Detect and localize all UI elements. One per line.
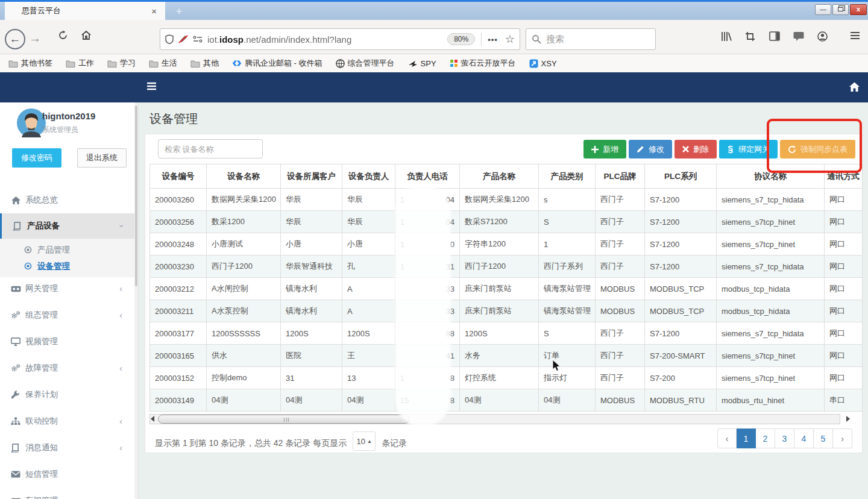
messages-icon[interactable] xyxy=(793,31,804,41)
avatar[interactable] xyxy=(17,108,46,137)
bookmark-label: 腾讯企业邮箱 - 收件箱 xyxy=(245,58,322,69)
page-size-select[interactable]: 10 ▲ xyxy=(353,432,376,451)
zoom-level-badge[interactable]: 80% xyxy=(447,33,475,45)
table-row[interactable]: 200003256数采1200华辰华辰104数采S71200S西门子S7-120… xyxy=(150,211,863,233)
column-header-PLC品牌[interactable]: PLC品牌 xyxy=(596,165,645,189)
sidebar-item-产品设备[interactable]: 产品设备‹ xyxy=(0,213,134,239)
table-row[interactable]: 200003248小唐测试小唐小唐10字符串12001西门子S7-1200sie… xyxy=(150,233,863,256)
bookmark-item[interactable]: 工作 xyxy=(66,58,94,69)
browser-search-box[interactable]: 搜索 xyxy=(526,28,656,50)
column-header-设备所属客户[interactable]: 设备所属客户 xyxy=(281,165,342,189)
pagination-next[interactable]: › xyxy=(833,428,852,448)
app-home-icon[interactable] xyxy=(849,81,860,92)
toolbar-button-删除[interactable]: 删除 xyxy=(675,140,717,158)
back-button[interactable]: ← xyxy=(5,29,25,49)
cell-category: s xyxy=(539,189,596,211)
bookmark-item[interactable]: SPY xyxy=(408,59,436,68)
url-text[interactable]: iot.idosp.net/admin/index.html?lang xyxy=(207,34,447,45)
bookmark-item[interactable]: 综合管理平台 xyxy=(336,58,395,69)
device-search-input[interactable] xyxy=(158,139,263,158)
window-minimize-button[interactable]: — xyxy=(815,4,831,15)
sidebar-item-联动控制[interactable]: 联动控制‹ xyxy=(0,413,134,430)
sidebar-item-网关管理[interactable]: 网关管理‹ xyxy=(0,280,134,297)
bookmark-star-icon[interactable]: ☆ xyxy=(505,33,515,46)
bookmark-item[interactable]: 腾讯企业邮箱 - 收件箱 xyxy=(232,58,322,69)
sidebar-subitem-产品管理[interactable]: 产品管理 xyxy=(0,242,134,258)
pagination-page-3[interactable]: 3 xyxy=(775,428,794,448)
sidebar-item-短信管理[interactable]: 短信管理 xyxy=(0,466,134,483)
account-icon[interactable] xyxy=(817,31,828,42)
sidebar-item-消息通知[interactable]: 消息通知‹ xyxy=(0,439,134,456)
cell-customer: 小唐 xyxy=(281,233,342,256)
cell-name: 1200SSSSSS xyxy=(207,322,281,345)
bookmark-item[interactable]: 学习 xyxy=(107,58,136,69)
scroll-left-arrow[interactable] xyxy=(151,416,154,422)
column-header-PLC系列[interactable]: PLC系列 xyxy=(645,165,717,189)
sidebar-item-车间管理[interactable]: 车间管理 xyxy=(0,492,134,499)
logout-button[interactable]: 退出系统 xyxy=(77,148,127,168)
sidebar-item-保养计划[interactable]: 保养计划 xyxy=(0,386,134,403)
cell-customer: 华辰 xyxy=(281,211,342,233)
column-header-设备编号[interactable]: 设备编号 xyxy=(150,165,207,189)
toolbar-button-新增[interactable]: 新增 xyxy=(583,140,626,158)
window-restore-button[interactable] xyxy=(832,4,849,15)
bookmark-item[interactable]: 其他 xyxy=(190,58,219,69)
bookmark-item[interactable]: XSY xyxy=(529,59,557,68)
pagination-prev[interactable]: ‹ xyxy=(717,428,737,448)
blocked-pencil-icon[interactable] xyxy=(178,34,188,44)
table-row[interactable]: 200003230西门子1200华辰智通科技孔131西门子1200西门子系列西门… xyxy=(150,256,863,278)
pagination-page-5[interactable]: 5 xyxy=(814,428,833,448)
table-row[interactable]: 2000031771200SSSSSS1200S1200S881200SS西门子… xyxy=(150,322,863,345)
column-header-产品类别[interactable]: 产品类别 xyxy=(539,165,596,189)
toolbar-button-修改[interactable]: 修改 xyxy=(629,140,672,158)
menu-hamburger-icon[interactable] xyxy=(850,31,860,40)
cell-plc_series: MODBUS_RTU xyxy=(645,389,717,412)
sidebar-toggle-icon[interactable] xyxy=(146,82,157,90)
pagination-page-4[interactable]: 4 xyxy=(794,428,814,448)
bookmark-item[interactable]: 萤石云开放平台 xyxy=(450,58,516,69)
library-icon[interactable] xyxy=(721,31,732,42)
window-close-button[interactable]: x xyxy=(850,4,867,15)
table-row[interactable]: 20000314904测04测04测15804测04测MODBUSMODBUS_… xyxy=(150,389,863,412)
cell-plc_brand: 西门子 xyxy=(596,322,645,345)
shield-icon[interactable] xyxy=(165,34,174,44)
column-header-设备负责人[interactable]: 设备负责人 xyxy=(342,165,395,189)
bookmark-item[interactable]: 其他书签 xyxy=(8,58,52,69)
cell-comm: 串口 xyxy=(825,389,863,412)
scroll-right-arrow[interactable] xyxy=(846,416,850,422)
browser-home-icon[interactable] xyxy=(81,30,92,40)
horizontal-scrollbar-thumb[interactable] xyxy=(158,415,410,424)
sidebar-item-组态管理[interactable]: 组态管理‹ xyxy=(0,307,134,324)
table-row[interactable]: 200003211A水泵控制镇海水利A33庶来门前泵站镇海泵站管理MODBUSM… xyxy=(150,300,863,322)
table-row[interactable]: 200003152控制demo311318灯控系统指示灯西门子S7-200sie… xyxy=(150,367,863,389)
sidebars-icon[interactable] xyxy=(769,31,780,41)
sidebar-item-视频管理[interactable]: 视频管理 xyxy=(0,333,134,350)
new-tab-button[interactable]: + xyxy=(170,4,188,20)
sidebar-item-故障管理[interactable]: 故障管理‹ xyxy=(0,360,134,377)
sidebar-scrollbar-thumb[interactable] xyxy=(135,105,137,286)
screenshot-icon[interactable] xyxy=(745,31,755,42)
bookmark-label: 学习 xyxy=(120,58,136,69)
reload-icon[interactable] xyxy=(58,30,68,40)
sidebar-item-label: 视频管理 xyxy=(25,336,58,347)
cell-id: 200003256 xyxy=(150,211,207,233)
cell-product: 灯控系统 xyxy=(460,367,539,389)
tab-close-icon[interactable]: × xyxy=(149,6,159,16)
pagination-page-2[interactable]: 2 xyxy=(756,428,775,448)
sidebar-item-系统总览[interactable]: 系统总览 xyxy=(0,192,134,209)
book-icon xyxy=(13,222,24,231)
sidebar-subitem-设备管理[interactable]: 设备管理 xyxy=(0,258,134,274)
change-password-button[interactable]: 修改密码 xyxy=(12,148,61,168)
permissions-icon[interactable] xyxy=(193,35,203,43)
pagination-page-1[interactable]: 1 xyxy=(737,428,756,448)
browser-tab[interactable]: 思普云平台 × xyxy=(5,2,165,20)
url-bar[interactable]: iot.idosp.net/admin/index.html?lang 80% … xyxy=(160,28,520,50)
table-row[interactable]: 200003212A水闸控制镇海水利A33庶来门前泵站镇海泵站管理MODBUSM… xyxy=(150,278,863,300)
page-actions-icon[interactable]: ••• xyxy=(488,35,498,44)
bookmark-item[interactable]: 生活 xyxy=(149,58,177,69)
table-row[interactable]: 200003260数据网关采集1200华辰华辰104数据网关采集1200s西门子… xyxy=(150,189,863,211)
forward-button[interactable]: → xyxy=(29,31,41,45)
column-header-产品名称[interactable]: 产品名称 xyxy=(460,165,539,189)
column-header-设备名称[interactable]: 设备名称 xyxy=(207,165,281,189)
table-row[interactable]: 200003165供水医院王41水务订单西门子S7-200-SMARTsieme… xyxy=(150,345,863,367)
